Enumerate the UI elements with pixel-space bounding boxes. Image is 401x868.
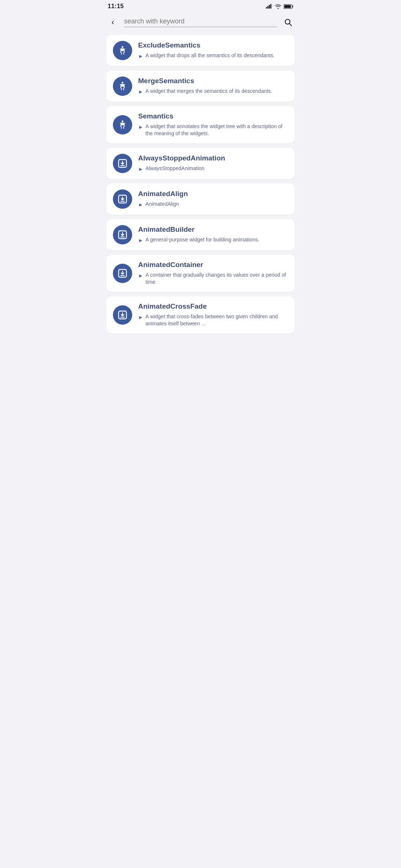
exclude-semantics-arrow-icon: ► <box>138 53 143 60</box>
animated-cross-fade-arrow-icon: ► <box>138 314 143 321</box>
animated-container-title: AnimatedContainer <box>138 261 288 269</box>
list-item-always-stopped-animation[interactable]: AlwaysStoppedAnimation ► AlwaysStoppedAn… <box>106 148 295 179</box>
merge-semantics-icon <box>113 77 132 96</box>
always-stopped-animation-icon <box>113 154 132 173</box>
search-icon <box>284 18 293 27</box>
status-icons <box>266 4 293 9</box>
list-item-exclude-semantics[interactable]: ExcludeSemantics ► A widget that drops a… <box>106 35 295 66</box>
wifi-icon <box>275 4 281 9</box>
semantics-arrow-icon: ► <box>138 124 143 131</box>
svg-point-9 <box>122 46 124 48</box>
animated-cross-fade-title: AnimatedCrossFade <box>138 302 288 311</box>
list-item-animated-cross-fade[interactable]: AnimatedCrossFade ► A widget that cross-… <box>106 296 295 334</box>
exclude-semantics-title: ExcludeSemantics <box>138 41 288 50</box>
search-input[interactable] <box>124 17 277 25</box>
animated-cross-fade-description: ► A widget that cross-fades between two … <box>138 313 288 328</box>
list-item-animated-align[interactable]: AnimatedAlign ► AnimatedAlign <box>106 183 295 215</box>
animated-container-description: ► A container that gradually changes its… <box>138 272 288 286</box>
list-container: ExcludeSemantics ► A widget that drops a… <box>100 32 301 337</box>
exclude-semantics-description: ► A widget that drops all the semantics … <box>138 52 288 60</box>
svg-rect-0 <box>266 7 267 9</box>
animated-container-icon <box>113 264 132 283</box>
animated-container-arrow-icon: ► <box>138 272 143 280</box>
merge-semantics-description: ► A widget that merges the semantics of … <box>138 88 288 96</box>
back-arrow-icon: ‹ <box>111 17 114 27</box>
merge-semantics-arrow-icon: ► <box>138 88 143 96</box>
merge-semantics-content: MergeSemantics ► A widget that merges th… <box>138 77 288 95</box>
always-stopped-animation-content: AlwaysStoppedAnimation ► AlwaysStoppedAn… <box>138 154 288 173</box>
animated-builder-icon <box>113 225 132 244</box>
battery-icon <box>284 4 293 9</box>
svg-rect-1 <box>267 6 268 9</box>
svg-point-10 <box>122 82 124 84</box>
status-time: 11:15 <box>108 3 124 10</box>
svg-line-8 <box>290 24 292 26</box>
svg-rect-2 <box>269 5 270 9</box>
semantics-title: Semantics <box>138 112 288 121</box>
semantics-icon <box>113 115 132 134</box>
svg-rect-3 <box>270 4 271 9</box>
animated-align-title: AnimatedAlign <box>138 190 288 198</box>
animated-builder-description: ► A general-purpose widget for building … <box>138 236 288 244</box>
animated-align-arrow-icon: ► <box>138 201 143 209</box>
animated-container-desc-text: A container that gradually changes its v… <box>146 272 288 286</box>
list-item-semantics[interactable]: Semantics ► A widget that annotates the … <box>106 106 295 143</box>
svg-rect-5 <box>293 6 293 7</box>
search-bar-container: ‹ <box>100 11 301 32</box>
status-bar: 11:15 <box>100 0 301 11</box>
animated-align-description: ► AnimatedAlign <box>138 201 288 209</box>
always-stopped-animation-description: ► AlwaysStoppedAnimation <box>138 165 288 173</box>
animated-align-desc-text: AnimatedAlign <box>146 201 179 208</box>
list-item-merge-semantics[interactable]: MergeSemantics ► A widget that merges th… <box>106 71 295 102</box>
always-stopped-animation-desc-text: AlwaysStoppedAnimation <box>146 165 205 172</box>
animated-builder-arrow-icon: ► <box>138 237 143 244</box>
animated-cross-fade-desc-text: A widget that cross-fades between two gi… <box>146 313 288 328</box>
search-input-wrapper <box>124 17 277 27</box>
animated-cross-fade-content: AnimatedCrossFade ► A widget that cross-… <box>138 302 288 328</box>
exclude-semantics-icon <box>113 41 132 60</box>
animated-builder-desc-text: A general-purpose widget for building an… <box>146 236 260 244</box>
search-button[interactable] <box>281 16 295 29</box>
svg-point-11 <box>122 120 124 122</box>
signal-icon <box>266 4 273 9</box>
semantics-description: ► A widget that annotates the widget tre… <box>138 123 288 137</box>
always-stopped-animation-arrow-icon: ► <box>138 166 143 173</box>
list-item-animated-container[interactable]: AnimatedContainer ► A container that gra… <box>106 255 295 292</box>
animated-builder-title: AnimatedBuilder <box>138 225 288 234</box>
list-item-animated-builder[interactable]: AnimatedBuilder ► A general-purpose widg… <box>106 219 295 250</box>
merge-semantics-title: MergeSemantics <box>138 77 288 85</box>
exclude-semantics-content: ExcludeSemantics ► A widget that drops a… <box>138 41 288 60</box>
back-button[interactable]: ‹ <box>106 16 120 29</box>
exclude-semantics-desc-text: A widget that drops all the semantics of… <box>146 52 275 59</box>
animated-cross-fade-icon <box>113 305 132 325</box>
svg-rect-6 <box>284 5 291 8</box>
always-stopped-animation-title: AlwaysStoppedAnimation <box>138 154 288 163</box>
animated-container-content: AnimatedContainer ► A container that gra… <box>138 261 288 286</box>
semantics-content: Semantics ► A widget that annotates the … <box>138 112 288 137</box>
animated-align-icon <box>113 189 132 209</box>
animated-builder-content: AnimatedBuilder ► A general-purpose widg… <box>138 225 288 244</box>
semantics-desc-text: A widget that annotates the widget tree … <box>146 123 288 137</box>
animated-align-content: AnimatedAlign ► AnimatedAlign <box>138 190 288 208</box>
merge-semantics-desc-text: A widget that merges the semantics of it… <box>146 88 273 95</box>
